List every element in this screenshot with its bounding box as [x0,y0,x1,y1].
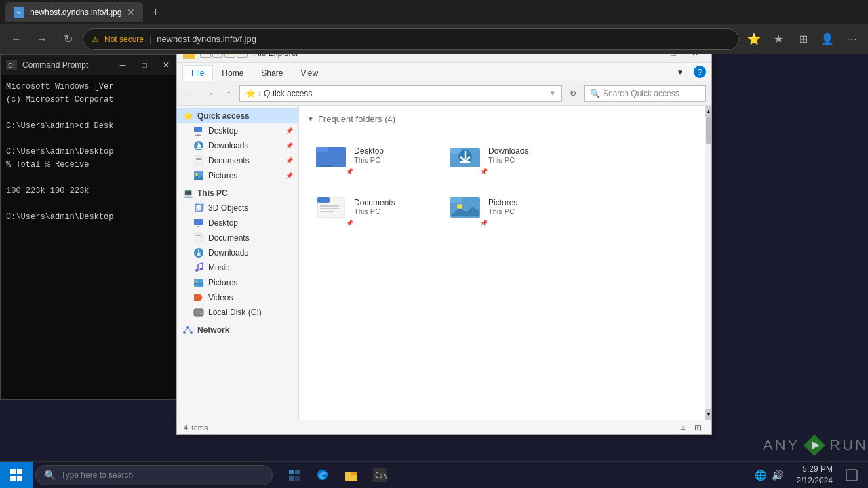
folder-item-pictures[interactable]: Pictures This PC 📌 [441,184,570,230]
sidebar-this-pc-label: This PC [197,188,228,198]
scroll-down-button[interactable]: ▼ [705,409,711,420]
folder-item-documents[interactable]: Documents This PC 📌 [307,184,436,230]
ribbon-tab-share[interactable]: Share [252,65,292,81]
cmd-line-1: Microsoft Windows [Ver [6,81,177,94]
scroll-thumb[interactable] [706,117,711,144]
svg-rect-68 [10,476,16,481]
sidebar-item-local-disk[interactable]: Local Disk (C:) [177,305,298,320]
taskbar-search[interactable]: 🔍 Type here to search [35,465,273,485]
frequent-folders-header[interactable]: ▼ Frequent folders (4) [307,114,696,124]
ribbon-collapse[interactable]: ▼ [669,63,691,81]
ribbon-tab-home[interactable]: Home [213,65,252,81]
sidebar-network[interactable]: Network [177,323,298,338]
exp-up-button[interactable]: ↑ [220,85,237,102]
cmd-minimize[interactable]: ─ [112,56,134,74]
scrollbar[interactable]: ▲ ▼ [705,106,711,420]
start-button[interactable] [0,462,33,489]
sidebar-quick-access[interactable]: ⭐ Quick access [177,108,298,123]
svg-rect-50 [319,166,334,167]
ribbon-help[interactable]: ? [694,66,706,78]
volume-tray-icon[interactable]: 🔊 [772,470,783,481]
sidebar-item-pictures[interactable]: Pictures 📌 [177,168,298,183]
list-view-button[interactable]: ≡ [676,422,690,434]
collections-button[interactable]: ⊞ [792,28,814,50]
sidebar-pictures-label: Pictures [208,171,237,180]
task-view-button[interactable] [281,462,308,489]
ribbon-tab-view[interactable]: View [292,65,327,81]
scroll-track[interactable] [705,117,711,409]
explorer-statusbar: 4 items ≡ ⊞ [177,420,711,434]
cmd-taskbar-icon[interactable]: C:\ [366,462,393,489]
pictures-sidebar-icon [193,170,204,181]
folder-item-downloads[interactable]: Downloads This PC 📌 [441,132,570,178]
system-clock[interactable]: 5:29 PM 2/12/2024 [791,464,838,487]
status-text: 4 items [184,424,208,432]
exp-refresh-button[interactable]: ↻ [565,85,581,102]
folder-item-desktop[interactable]: Desktop This PC 📌 [307,132,436,178]
sidebar-item-3dobjects[interactable]: 3D Objects [177,201,298,216]
svg-rect-75 [345,475,357,481]
desktop-folder-info: Desktop This PC [354,146,429,164]
svg-rect-6 [197,134,199,135]
ribbon-tabs: File Home Share View ▼ ? [177,63,711,81]
svg-rect-14 [196,159,201,160]
search-bar[interactable]: 🔍 Search Quick access [584,85,706,102]
svg-point-40 [201,313,203,315]
desktop-folder-pin: 📌 [346,168,353,175]
documents-folder-thumb [315,190,347,223]
sidebar-item-documents[interactable]: Documents 📌 [177,153,298,168]
menu-button[interactable]: ⋯ [841,28,863,50]
extensions-button[interactable]: ⭐ [743,28,765,50]
explorer-window: ⬅ ▼ 📁 ▼ File Explorer ─ □ ✕ File Home Sh… [176,42,712,435]
cmd-line-4: C:\Users\admin\Desktop [6,146,177,159]
svg-rect-67 [17,469,22,474]
sidebar-item-desktop[interactable]: Desktop 📌 [177,123,298,138]
sidebar-pc-downloads-label: Downloads [208,248,248,258]
network-tray-icon[interactable]: 🌐 [755,470,766,481]
breadcrumb-bar[interactable]: ⭐ › Quick access ▼ [239,85,562,102]
breadcrumb-dropdown[interactable]: ▼ [549,89,556,97]
favorites-button[interactable]: ★ [768,28,789,50]
forward-button[interactable]: → [31,28,53,50]
local-disk-icon [193,307,204,318]
file-explorer-taskbar-icon[interactable] [338,462,365,489]
svg-rect-13 [196,158,201,159]
cmd-close[interactable]: ✕ [155,56,177,74]
svg-rect-76 [351,472,357,475]
reload-button[interactable]: ↻ [57,28,79,50]
exp-back-button[interactable]: ← [182,85,199,102]
exp-forward-button[interactable]: → [201,85,218,102]
profile-button[interactable]: 👤 [816,28,838,50]
svg-rect-69 [17,476,22,481]
edge-icon[interactable] [309,462,336,489]
active-tab[interactable]: N newhost.dyndns.info/f.jpg ✕ [5,2,143,22]
sidebar-item-downloads[interactable]: Downloads 📌 [177,138,298,153]
downloads-pin-icon: 📌 [285,142,293,149]
pc-desktop-icon [193,218,204,228]
sidebar-item-music[interactable]: Music [177,260,298,275]
svg-rect-70 [289,470,294,474]
sidebar-item-pc-downloads[interactable]: Downloads [177,245,298,260]
cmd-line-5: % Total % Receive [6,159,177,171]
svg-rect-57 [317,197,330,203]
cmd-line-3: C:\Users\admin>cd Desk [6,120,177,133]
address-bar[interactable]: ⚠ Not secure | newhost.dyndns.info/f.jpg [83,28,739,50]
grid-view-button[interactable]: ⊞ [691,422,705,434]
sidebar-local-disk-label: Local Disk (C:) [208,308,262,317]
back-button[interactable]: ← [5,28,27,50]
scroll-up-button[interactable]: ▲ [705,106,711,117]
tab-close-button[interactable]: ✕ [127,7,135,18]
svg-rect-15 [196,161,200,161]
sidebar-item-pc-desktop[interactable]: Desktop [177,216,298,230]
sidebar-item-pc-pictures[interactable]: Pictures [177,275,298,290]
sidebar-item-videos[interactable]: Videos [177,290,298,305]
ribbon-tab-file[interactable]: File [182,65,213,81]
sidebar-this-pc[interactable]: 💻 This PC [177,186,298,201]
new-tab-button[interactable]: + [146,3,165,22]
clock-date: 2/12/2024 [797,475,833,487]
sidebar-item-pc-documents[interactable]: Documents [177,230,298,245]
cmd-titlebar: C:\ Command Prompt ─ □ ✕ [1,55,182,75]
breadcrumb-star-icon: ⭐ [245,89,256,98]
notification-button[interactable] [841,462,863,489]
cmd-maximize[interactable]: □ [134,56,155,74]
